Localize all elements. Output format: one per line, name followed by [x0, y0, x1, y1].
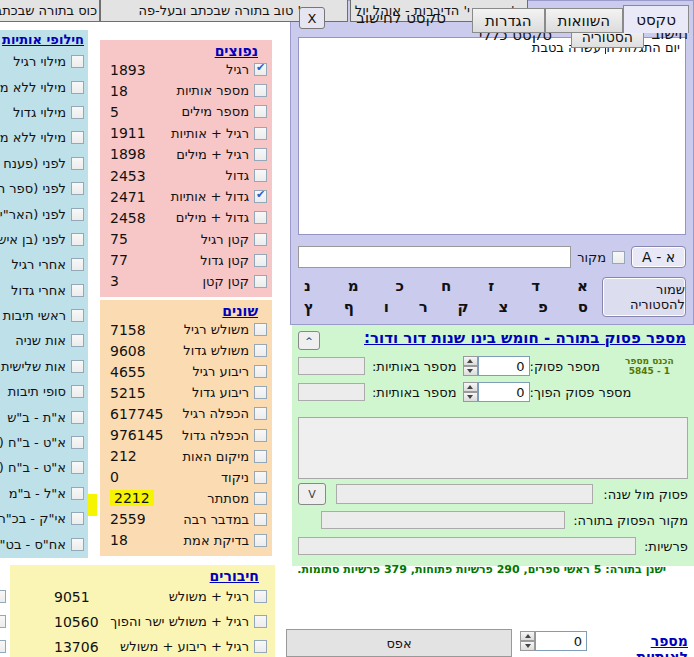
- row-checkbox[interactable]: [71, 487, 84, 500]
- letter-button[interactable]: ז: [488, 277, 494, 296]
- reset-button[interactable]: אפס: [286, 629, 512, 657]
- row-checkbox[interactable]: [254, 211, 267, 224]
- spinner-down-icon[interactable]: [520, 641, 535, 651]
- row-checkbox[interactable]: [254, 534, 267, 547]
- row-checkbox[interactable]: [254, 429, 267, 442]
- various-title[interactable]: שונים: [100, 300, 272, 319]
- substitutions-title[interactable]: חילופי אותיות: [0, 30, 88, 49]
- row-checkbox[interactable]: [71, 131, 84, 144]
- row-checkbox[interactable]: [71, 81, 84, 94]
- row-label: קטן קטן: [202, 274, 249, 289]
- row-checkbox[interactable]: [254, 105, 267, 118]
- row-checkbox[interactable]: [71, 309, 84, 322]
- row-checkbox[interactable]: [71, 360, 84, 373]
- number-to-letters-spinner[interactable]: 0: [520, 631, 587, 651]
- row-checkbox[interactable]: [254, 169, 267, 182]
- reverse-verse-value[interactable]: 0: [478, 382, 530, 402]
- row-checkbox[interactable]: [71, 411, 84, 424]
- row-checkbox[interactable]: [254, 615, 267, 628]
- spinner-down-icon[interactable]: [463, 392, 478, 402]
- number-to-letters-value[interactable]: 0: [535, 631, 587, 651]
- letter-button[interactable]: ד: [531, 277, 540, 296]
- row-checkbox[interactable]: [254, 190, 267, 203]
- list-item: ריבוע רגיל4655: [100, 361, 272, 382]
- letter-button[interactable]: א: [577, 277, 588, 296]
- row-checkbox[interactable]: [254, 254, 267, 267]
- verse-number-value[interactable]: 0: [478, 356, 530, 376]
- letter-button[interactable]: כ: [396, 277, 405, 296]
- spinner-down-icon[interactable]: [463, 366, 478, 376]
- row-checkbox[interactable]: [254, 450, 267, 463]
- source-input[interactable]: [298, 246, 571, 268]
- row-checkbox[interactable]: [254, 233, 267, 246]
- number-in-letters-label: מספר באותיות:: [365, 359, 456, 374]
- row-checkbox[interactable]: [254, 323, 267, 336]
- row-checkbox[interactable]: [254, 365, 267, 378]
- row-checkbox[interactable]: [254, 63, 267, 76]
- row-checkbox[interactable]: [71, 182, 84, 195]
- row-checkbox[interactable]: [71, 233, 84, 246]
- tab-settings[interactable]: הגדרות: [472, 8, 545, 33]
- letter-button[interactable]: ף: [344, 298, 354, 317]
- calculation-text-input[interactable]: יום התגלות ה עשרה בטבת: [298, 37, 686, 235]
- letter-button[interactable]: ק: [458, 298, 469, 317]
- row-checkbox[interactable]: [71, 55, 84, 68]
- row-checkbox[interactable]: [254, 471, 267, 484]
- row-checkbox[interactable]: [254, 640, 267, 653]
- verse-display-box: [298, 417, 688, 479]
- row-checkbox[interactable]: [254, 84, 267, 97]
- row-checkbox[interactable]: [254, 407, 267, 420]
- letter-button[interactable]: ו: [384, 298, 389, 317]
- reverse-verse-spinner[interactable]: 0: [463, 382, 530, 402]
- row-checkbox[interactable]: [71, 385, 84, 398]
- row-checkbox[interactable]: [71, 157, 84, 170]
- row-checkbox[interactable]: [71, 512, 84, 525]
- verse-number-spinner[interactable]: 0: [463, 356, 530, 376]
- row-checkbox[interactable]: [254, 513, 267, 526]
- row-checkbox[interactable]: [71, 208, 84, 221]
- source-checkbox[interactable]: [612, 251, 625, 264]
- row-checkbox[interactable]: [254, 492, 267, 505]
- row-checkbox[interactable]: [71, 258, 84, 271]
- row-checkbox[interactable]: [254, 275, 267, 288]
- row-checkbox[interactable]: [71, 538, 84, 551]
- row-checkbox[interactable]: [254, 148, 267, 161]
- spinner-up-icon[interactable]: [463, 382, 478, 392]
- row-label: הכפלה גדול: [182, 428, 249, 443]
- letter-button[interactable]: ר: [419, 298, 428, 317]
- row-checkbox[interactable]: [254, 344, 267, 357]
- edge-checkbox[interactable]: [0, 590, 6, 603]
- row-checkbox[interactable]: [254, 127, 267, 140]
- combinations-title[interactable]: חיבורים: [54, 565, 275, 584]
- letter-button[interactable]: צ: [498, 298, 508, 317]
- row-checkbox[interactable]: [71, 284, 84, 297]
- letter-button[interactable]: נ: [304, 277, 311, 296]
- tab-comparisons[interactable]: השוואות: [545, 8, 624, 33]
- letter-button[interactable]: פ: [538, 298, 548, 317]
- row-checkbox[interactable]: [71, 334, 84, 347]
- number-to-letters-link[interactable]: מספר לאותיות: [595, 633, 688, 657]
- row-checkbox[interactable]: [254, 590, 267, 603]
- collapse-caret-icon[interactable]: ^: [298, 331, 320, 350]
- row-checkbox[interactable]: [71, 436, 84, 449]
- row-checkbox[interactable]: [254, 386, 267, 399]
- row-checkbox[interactable]: [71, 461, 84, 474]
- close-icon[interactable]: X: [299, 7, 325, 29]
- top-strip-button-left[interactable]: ח' כוס בתורה שבכתב ובעל-פה: [0, 0, 100, 22]
- spinner-up-icon[interactable]: [520, 631, 535, 641]
- verse-panel-title[interactable]: מספר פסוק בתורה - חומש בינו שנות דור ודו…: [364, 329, 686, 347]
- a-to-aleph-button[interactable]: A - א: [631, 246, 686, 268]
- row-checkbox[interactable]: [71, 106, 84, 119]
- v-button[interactable]: V: [298, 483, 326, 505]
- edge-checkbox[interactable]: [0, 615, 6, 628]
- letter-button[interactable]: ץ: [304, 298, 314, 317]
- letter-button[interactable]: ס: [578, 298, 588, 317]
- row-label: ראשי תיבות: [3, 308, 66, 323]
- spinner-up-icon[interactable]: [463, 356, 478, 366]
- edge-checkbox[interactable]: [0, 640, 6, 653]
- letter-button[interactable]: מ: [348, 277, 359, 296]
- save-to-history-button[interactable]: שמור להסטוריה: [602, 277, 686, 317]
- letter-button[interactable]: ח: [441, 277, 451, 296]
- common-title[interactable]: נפוצים: [100, 40, 272, 59]
- tab-text[interactable]: טקסט: [623, 5, 689, 33]
